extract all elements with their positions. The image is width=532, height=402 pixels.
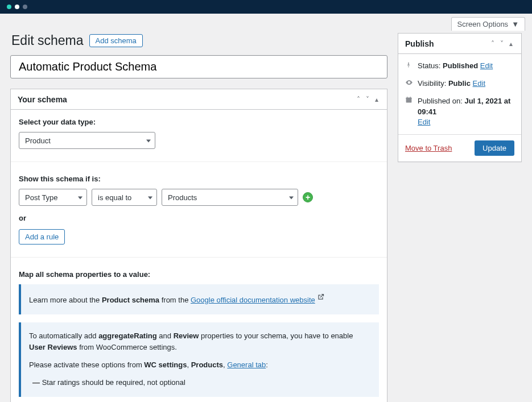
learn-more-notice: Learn more about the Product schema from… [19, 284, 379, 314]
general-tab-link[interactable]: General tab [227, 360, 266, 369]
data-type-select[interactable]: Product [19, 132, 155, 149]
publish-panel: Publish ˄ ˅ ▴ Status: Published Edit [398, 33, 522, 162]
external-link-icon [317, 292, 324, 304]
your-schema-panel: Your schema ˄ ˅ ▴ Select your data type:… [10, 89, 387, 402]
panel-toggle-icon[interactable]: ▴ [373, 96, 380, 103]
woocommerce-notice: To automatically add aggregateRating and… [19, 322, 379, 397]
add-schema-button[interactable]: Add schema [89, 34, 143, 47]
panel-up-icon[interactable]: ˄ [355, 96, 362, 103]
notice-bullet: Star ratings should be required, not opt… [32, 377, 371, 389]
publish-title: Publish [405, 39, 434, 48]
edit-visibility-link[interactable]: Edit [473, 79, 485, 88]
data-type-label: Select your data type: [19, 118, 379, 126]
panel-up-icon[interactable]: ˄ [489, 40, 496, 48]
your-schema-header: Your schema ˄ ˅ ▴ [11, 89, 387, 110]
edit-status-link[interactable]: Edit [480, 61, 493, 70]
add-rule-icon[interactable]: + [303, 192, 313, 202]
show-schema-label: Show this schema if is: [19, 175, 379, 183]
page-title: Edit schema [11, 33, 84, 48]
schema-title-input[interactable] [10, 55, 387, 78]
google-docs-link[interactable]: Google official documentation website [191, 296, 315, 304]
update-button[interactable]: Update [475, 140, 514, 156]
window-dot [7, 5, 11, 9]
chevron-down-icon: ▼ [512, 20, 519, 28]
svg-rect-1 [406, 98, 412, 99]
panel-down-icon[interactable]: ˅ [498, 40, 505, 48]
eye-icon [405, 78, 413, 89]
rule-value-select[interactable]: Products [162, 189, 298, 206]
your-schema-title: Your schema [18, 95, 67, 104]
window-dot [15, 5, 19, 9]
calendar-icon [405, 96, 413, 106]
pin-icon [405, 61, 413, 72]
panel-down-icon[interactable]: ˅ [364, 96, 371, 103]
move-to-trash-link[interactable]: Move to Trash [405, 144, 452, 152]
screen-options-button[interactable]: Screen Options ▼ [451, 17, 525, 31]
add-rule-button[interactable]: Add a rule [19, 229, 65, 244]
window-titlebar [0, 0, 532, 14]
screen-options-label: Screen Options [457, 20, 509, 28]
or-text: or [19, 214, 379, 222]
rule-field-select[interactable]: Post Type [19, 189, 87, 206]
rule-operator-select[interactable]: is equal to [92, 189, 157, 206]
map-properties-label: Map all schema properties to a value: [19, 270, 379, 279]
panel-toggle-icon[interactable]: ▴ [508, 40, 514, 48]
publish-header: Publish ˄ ˅ ▴ [398, 34, 521, 54]
window-dot [23, 5, 27, 9]
edit-date-link[interactable]: Edit [418, 118, 430, 126]
